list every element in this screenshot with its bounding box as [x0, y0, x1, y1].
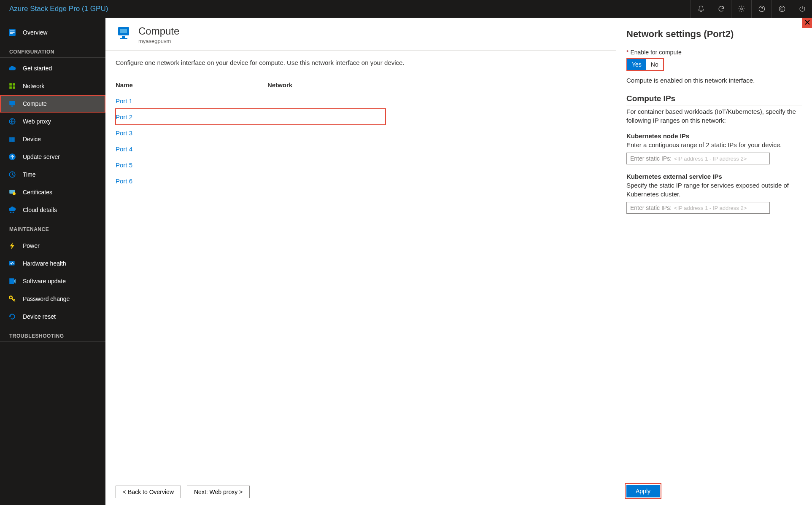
back-button[interactable]: < Back to Overview: [116, 486, 181, 498]
sidebar-item-cloud-details[interactable]: Cloud details: [0, 201, 105, 219]
table-row[interactable]: Port 5: [116, 157, 386, 173]
table-row[interactable]: Port 6: [116, 173, 386, 189]
panel-title: Network settings (Port2): [626, 29, 802, 40]
sidebar-item-label: Device reset: [23, 313, 56, 320]
compute-icon: [8, 100, 16, 107]
notifications-icon[interactable]: [691, 0, 711, 18]
sidebar-item-power[interactable]: Power: [0, 237, 105, 255]
k8s-node-ip-input[interactable]: Enter static IPs: <IP address 1 - IP add…: [626, 153, 770, 164]
network-value: [267, 93, 386, 109]
sidebar-item-update-server[interactable]: Update server: [0, 148, 105, 166]
ports-table: Name Network Port 1 Port 2 Port 3 Port 4…: [116, 78, 386, 189]
k8s-node-desc: Enter a contiguous range of 2 static IPs…: [626, 140, 802, 149]
sidebar-item-certificates[interactable]: Certificates: [0, 183, 105, 201]
settings-icon[interactable]: [731, 0, 751, 18]
svg-rect-14: [9, 137, 11, 142]
app-title: Azure Stack Edge Pro (1 GPU): [9, 5, 108, 13]
sidebar-item-device[interactable]: Device: [0, 130, 105, 148]
apply-button[interactable]: Apply: [626, 485, 660, 497]
sidebar-item-label: Network: [23, 83, 44, 89]
sidebar-item-label: Software update: [23, 278, 66, 285]
reset-icon: [8, 313, 16, 320]
svg-rect-29: [120, 38, 127, 39]
sidebar-item-software-update[interactable]: Software update: [0, 272, 105, 290]
page-subtitle: myasegpuvm: [138, 38, 179, 44]
compute-status-text: Compute is enabled on this network inter…: [626, 77, 802, 84]
port-link[interactable]: Port 1: [116, 97, 132, 105]
toggle-no[interactable]: No: [646, 59, 663, 70]
svg-rect-7: [9, 83, 12, 86]
table-row[interactable]: Port 1: [116, 93, 386, 109]
svg-rect-27: [120, 29, 127, 33]
sidebar-item-time[interactable]: Time: [0, 166, 105, 183]
svg-rect-24: [9, 278, 14, 284]
port-link[interactable]: Port 5: [116, 161, 132, 169]
network-icon: [8, 82, 16, 90]
compute-ips-heading: Compute IPs: [626, 94, 802, 105]
sidebar: Overview CONFIGURATION Get started Netwo…: [0, 18, 105, 505]
table-row[interactable]: Port 2: [116, 109, 386, 125]
svg-rect-16: [13, 137, 14, 142]
sidebar-section-title: TROUBLESHOOTING: [0, 325, 105, 342]
page-title: Compute: [138, 25, 179, 37]
svg-rect-4: [10, 31, 14, 32]
sidebar-item-hardware-health[interactable]: Hardware health: [0, 255, 105, 272]
overview-icon: [8, 29, 16, 36]
cloud-icon: [8, 64, 16, 72]
svg-rect-12: [11, 106, 13, 107]
sidebar-item-label: Time: [23, 171, 36, 178]
device-icon: [8, 135, 16, 143]
svg-rect-10: [13, 86, 15, 89]
main-content: Compute myasegpuvm Configure one network…: [105, 18, 616, 505]
k8s-ext-ip-input[interactable]: Enter static IPs: <IP address 1 - IP add…: [626, 202, 770, 214]
ip-input-placeholder: <IP address 1 - IP address 2>: [674, 156, 747, 162]
port-link[interactable]: Port 4: [116, 145, 132, 153]
help-icon[interactable]: [751, 0, 772, 18]
k8s-node-heading: Kubernetes node IPs: [626, 132, 802, 140]
sidebar-item-label: Web proxy: [23, 118, 51, 125]
enable-compute-toggle[interactable]: Yes No: [626, 58, 664, 71]
network-value: [267, 141, 386, 157]
table-row[interactable]: Port 4: [116, 141, 386, 157]
sidebar-item-label: Hardware health: [23, 260, 66, 267]
clock-icon: [8, 171, 16, 178]
power-icon: [8, 242, 16, 250]
power-icon[interactable]: [792, 0, 812, 18]
sidebar-item-label: Password change: [23, 295, 70, 302]
sidebar-item-get-started[interactable]: Get started: [0, 59, 105, 77]
port-link[interactable]: Port 3: [116, 129, 132, 137]
svg-rect-28: [122, 36, 125, 38]
sidebar-item-network[interactable]: Network: [0, 77, 105, 95]
sidebar-item-device-reset[interactable]: Device reset: [0, 308, 105, 325]
update-icon: [8, 153, 16, 161]
sidebar-item-label: Cloud details: [23, 207, 57, 213]
network-value: [267, 157, 386, 173]
table-header-network: Network: [267, 78, 386, 93]
sidebar-item-label: Certificates: [23, 189, 52, 196]
copyright-icon[interactable]: [772, 0, 792, 18]
svg-point-21: [10, 212, 11, 213]
enable-compute-label: *Enable for compute: [626, 49, 802, 56]
toggle-yes[interactable]: Yes: [627, 59, 646, 70]
network-settings-panel: Network settings (Port2) *Enable for com…: [616, 18, 812, 505]
header-toolbar: [691, 0, 812, 18]
network-value: [267, 109, 386, 125]
next-button[interactable]: Next: Web proxy >: [187, 486, 250, 498]
globe-icon: [8, 118, 16, 125]
svg-rect-8: [13, 83, 15, 86]
close-panel-button[interactable]: [803, 18, 812, 27]
compute-ips-desc: For container based workloads (IoT/Kuber…: [626, 107, 802, 125]
refresh-icon[interactable]: [711, 0, 731, 18]
sidebar-item-overview[interactable]: Overview: [0, 24, 105, 41]
sidebar-section-title: CONFIGURATION: [0, 41, 105, 58]
k8s-ext-heading: Kubernetes external service IPs: [626, 173, 802, 180]
port-link[interactable]: Port 6: [116, 177, 132, 185]
sidebar-item-web-proxy[interactable]: Web proxy: [0, 113, 105, 130]
app-header: Azure Stack Edge Pro (1 GPU): [0, 0, 812, 18]
sidebar-item-compute[interactable]: Compute: [0, 95, 105, 113]
table-row[interactable]: Port 3: [116, 125, 386, 141]
port-link[interactable]: Port 2: [116, 113, 132, 121]
svg-point-2: [779, 6, 785, 12]
sidebar-item-password-change[interactable]: Password change: [0, 290, 105, 308]
svg-rect-11: [9, 101, 15, 105]
